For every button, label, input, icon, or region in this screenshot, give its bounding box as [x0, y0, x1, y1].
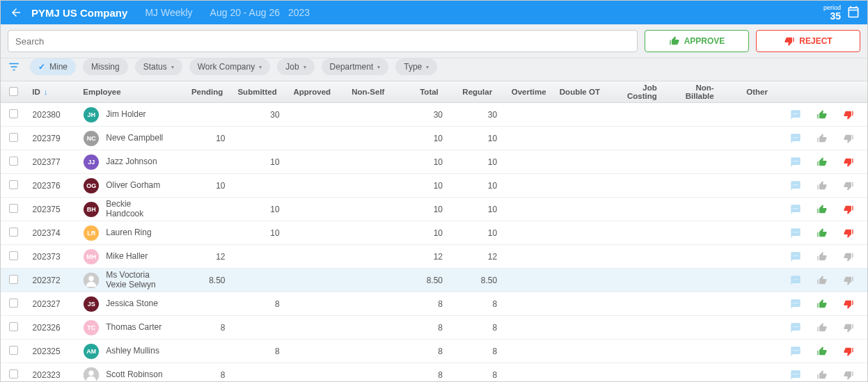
thumb-down-icon[interactable]	[842, 203, 855, 216]
table-row[interactable]: 202376OGOliver Gorham101010	[1, 174, 867, 198]
row-checkbox[interactable]	[9, 275, 18, 284]
comment-icon[interactable]	[789, 109, 802, 121]
thumb-up-icon[interactable]	[816, 203, 828, 216]
reject-button[interactable]: REJECT	[756, 30, 860, 52]
filter-icon[interactable]	[8, 61, 23, 73]
thumb-up-icon[interactable]	[816, 227, 828, 239]
cell-pending: 8.50	[176, 276, 230, 285]
comment-icon[interactable]	[789, 298, 802, 310]
comment-icon[interactable]	[789, 180, 802, 192]
thumb-down-icon[interactable]	[842, 132, 855, 145]
cell-regular: 8	[448, 323, 503, 333]
chip-job[interactable]: Job▾	[277, 58, 314, 75]
thumb-down-icon[interactable]	[842, 274, 855, 287]
table-row[interactable]: 202380JHJim Holder303030	[1, 103, 867, 127]
comment-icon[interactable]	[789, 345, 802, 358]
header-overtime[interactable]: Overtime	[498, 88, 551, 96]
row-checkbox[interactable]	[9, 228, 18, 237]
thumb-down-icon[interactable]	[842, 156, 855, 168]
thumb-up-icon[interactable]	[816, 180, 828, 192]
table-row[interactable]: 202379NCNeve Campbell101010	[1, 127, 867, 150]
header-submitted[interactable]: Submitted	[228, 88, 282, 96]
header-total[interactable]: Total	[390, 88, 443, 96]
row-checkbox[interactable]	[9, 109, 18, 118]
thumb-up-icon[interactable]	[816, 132, 828, 145]
row-checkbox[interactable]	[9, 251, 18, 260]
comment-icon[interactable]	[789, 321, 802, 334]
header-other[interactable]: Other	[720, 88, 773, 96]
chip-status[interactable]: Status▾	[135, 58, 182, 75]
thumb-down-icon[interactable]	[842, 250, 855, 263]
row-checkbox[interactable]	[9, 157, 18, 166]
thumb-up-icon[interactable]	[816, 109, 828, 121]
chip-type[interactable]: Type▾	[395, 58, 437, 75]
header-regular[interactable]: Regular	[444, 88, 498, 96]
search-input[interactable]	[15, 36, 630, 47]
comment-icon[interactable]	[789, 369, 802, 381]
table-row[interactable]: 202374LRLauren Ring101010	[1, 221, 867, 245]
table-row[interactable]: 202373MHMike Haller121212	[1, 245, 867, 269]
thumb-down-icon[interactable]	[842, 109, 855, 121]
row-checkbox[interactable]	[9, 322, 18, 331]
comment-icon[interactable]	[789, 203, 802, 216]
thumb-down-icon[interactable]	[842, 227, 855, 239]
table-row[interactable]: 202375BHBeckie Handcook101010	[1, 198, 867, 221]
row-checkbox[interactable]	[9, 204, 18, 213]
header-nonbillable[interactable]: Non-Billable	[663, 83, 720, 100]
comment-icon[interactable]	[789, 132, 802, 145]
calendar-icon[interactable]	[846, 5, 860, 21]
cell-regular: 8	[448, 299, 503, 309]
table-row[interactable]: 202326TCThomas Carter888	[1, 316, 867, 340]
search-input-wrapper[interactable]	[8, 30, 638, 52]
table-row[interactable]: 202377JJJazz Johnson101010	[1, 150, 867, 174]
cell-employee: JJJazz Johnson	[78, 154, 176, 170]
thumb-down-icon[interactable]	[842, 180, 855, 192]
thumb-up-icon[interactable]	[816, 298, 828, 310]
comment-icon[interactable]	[789, 274, 802, 287]
header-pending[interactable]: Pending	[175, 88, 228, 96]
header-doubleot[interactable]: Double OT	[552, 88, 606, 96]
cell-id: 202376	[27, 181, 79, 191]
thumb-up-icon[interactable]	[816, 369, 828, 381]
select-all-checkbox[interactable]	[9, 87, 18, 96]
comment-icon[interactable]	[789, 156, 802, 168]
back-icon[interactable]	[8, 6, 24, 19]
thumb-down-icon[interactable]	[842, 321, 855, 334]
thumb-up-icon[interactable]	[816, 274, 828, 287]
chip-mine[interactable]: ✓ Mine	[30, 58, 76, 75]
chip-work-company[interactable]: Work Company▾	[189, 58, 270, 75]
thumb-down-icon[interactable]	[842, 345, 855, 358]
row-checkbox[interactable]	[9, 180, 18, 189]
comment-icon[interactable]	[789, 250, 802, 263]
thumb-up-icon[interactable]	[816, 345, 828, 358]
header-id[interactable]: ID ↓	[26, 88, 77, 96]
thumb-up-icon[interactable]	[816, 250, 828, 263]
row-checkbox[interactable]	[9, 133, 18, 142]
chevron-down-icon: ▾	[426, 64, 429, 70]
comment-icon[interactable]	[789, 227, 802, 239]
header-employee[interactable]: Employee	[77, 88, 175, 96]
chip-missing[interactable]: Missing	[83, 58, 128, 75]
table-row[interactable]: 202372Ms Voctoria Vexie Selwyn8.508.508.…	[1, 269, 867, 292]
thumb-up-icon[interactable]	[816, 156, 828, 168]
header-jobcosting[interactable]: Job Costing	[606, 83, 663, 100]
cell-regular: 10	[448, 228, 503, 238]
table-row[interactable]: 202327JSJessica Stone888	[1, 292, 867, 316]
header-approved[interactable]: Approved	[283, 88, 336, 96]
row-checkbox[interactable]	[9, 299, 18, 308]
table-row[interactable]: 202325AMAshley Mullins888	[1, 340, 867, 363]
row-checkbox[interactable]	[9, 369, 18, 379]
thumb-down-icon[interactable]	[842, 369, 855, 381]
avatar: MH	[84, 249, 99, 264]
header-nonself[interactable]: Non-Self	[336, 88, 390, 96]
year: 2023	[288, 7, 310, 18]
thumb-up-icon[interactable]	[816, 321, 828, 334]
cell-pending: 12	[176, 252, 230, 262]
thumb-down-icon[interactable]	[842, 298, 855, 310]
table-row[interactable]: 202323Scott Robinson888	[1, 363, 867, 382]
approve-button[interactable]: APPROVE	[645, 30, 749, 52]
row-checkbox[interactable]	[9, 346, 18, 355]
cell-pending: 10	[176, 181, 230, 191]
table-header: ID ↓ Employee Pending Submitted Approved…	[1, 81, 867, 103]
chip-department[interactable]: Department▾	[322, 58, 389, 75]
